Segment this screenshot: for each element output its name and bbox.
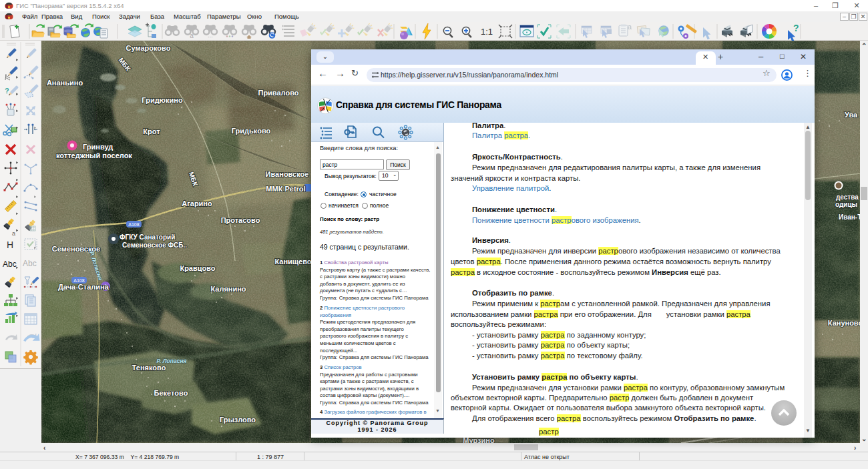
svg-text:Крот: Крот [143, 127, 160, 135]
svg-text:ФГКУ Санаторий: ФГКУ Санаторий [120, 233, 175, 241]
svg-text:дества: дества [836, 193, 859, 201]
svg-text:коттеджный поселок: коттеджный поселок [56, 151, 132, 159]
svg-text:Кануново: Кануново [828, 319, 860, 327]
svg-text:ММК Petrol: ММК Petrol [266, 185, 305, 193]
svg-text:Семеновское ФСБ..: Семеновское ФСБ.. [122, 242, 187, 249]
svg-text:А108: А108 [73, 278, 84, 283]
svg-text:1:1: 1:1 [481, 27, 493, 37]
svg-text:Ува: Ува [845, 111, 858, 119]
svg-text:Кравцово: Кравцово [180, 264, 215, 272]
svg-text:Ивановское: Ивановское [266, 170, 309, 178]
svg-text:?: ? [793, 23, 799, 33]
svg-text:Сумароково: Сумароково [126, 44, 171, 52]
svg-text:Канищево: Канищево [274, 258, 311, 266]
svg-text:H: H [7, 240, 13, 250]
svg-text:А108: А108 [128, 222, 139, 227]
svg-text:Грызлово: Грызлово [220, 416, 256, 424]
svg-text:Бекетово: Бекетово [154, 389, 188, 397]
svg-text:одицы: одицы [835, 201, 857, 208]
svg-text:...: ... [208, 32, 213, 39]
svg-text:Протасово: Протасово [221, 216, 260, 224]
svg-text:Привалово: Привалово [258, 89, 298, 97]
svg-text:Гринвуд: Гринвуд [83, 143, 113, 151]
svg-text:Abc: Abc [3, 260, 17, 269]
svg-text:Дача-Сталина: Дача-Сталина [58, 283, 110, 291]
svg-text:Гридюкино: Гридюкино [142, 96, 183, 104]
svg-text:Калянино: Калянино [210, 285, 246, 293]
svg-text:Ананьино: Ананьино [47, 79, 83, 87]
svg-text:Иван-Те: Иван-Те [839, 213, 860, 221]
svg-text:a: a [12, 230, 15, 237]
svg-text:a: a [628, 23, 632, 31]
svg-text:?: ? [5, 87, 9, 95]
svg-text:Abc: Abc [23, 259, 37, 268]
svg-text:Агарино: Агарино [182, 199, 212, 207]
svg-text:a: a [190, 32, 194, 39]
svg-text:Теняково: Теняково [132, 364, 166, 372]
svg-text:Гридьково: Гридьково [232, 127, 271, 135]
